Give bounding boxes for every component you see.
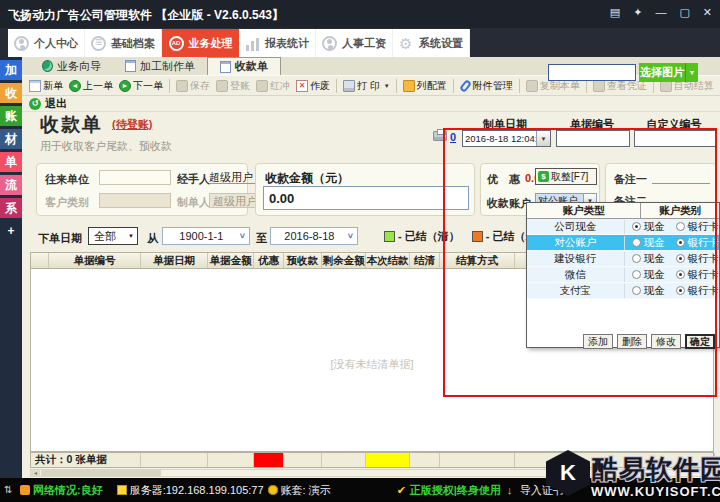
import-cert-label: 导入证书 — [520, 483, 564, 498]
dropdown-action-button[interactable]: 添加 — [583, 334, 613, 349]
toolbar-button[interactable]: 红冲 — [253, 79, 293, 93]
choose-image-button[interactable]: 选择图片 — [639, 63, 685, 82]
table-column-header[interactable]: 本次结款 — [366, 253, 410, 268]
table-column-header[interactable]: 优惠 — [254, 253, 284, 268]
toolbar-button-icon — [256, 80, 268, 92]
download-icon: ↓ — [507, 485, 517, 495]
table-column-header[interactable]: 结算方式 — [440, 253, 515, 268]
cash-radio[interactable] — [632, 222, 641, 231]
toolbar-button[interactable]: 作废 — [293, 79, 337, 93]
sidebar-tab[interactable]: 材 — [0, 129, 22, 149]
window-control-icon[interactable]: ✦ — [633, 5, 642, 19]
horizontal-scrollbar[interactable]: ◄ — [30, 469, 714, 477]
account-row[interactable]: 公司现金 现金 银行卡 — [527, 219, 719, 235]
bank-card-radio-label: 银行卡 — [688, 252, 720, 266]
dropdown-action-buttons: 添加 删除 修改 确定 — [527, 332, 719, 351]
sidebar-tab[interactable]: 加 — [0, 60, 22, 80]
page-header: 收款单 (待登账) — [40, 112, 152, 138]
window-control-icon[interactable]: — — [655, 5, 666, 19]
toolbar-button[interactable]: 保存 — [173, 79, 213, 93]
partner-input[interactable] — [99, 170, 171, 185]
nav-item[interactable]: 业务处理 — [162, 29, 239, 57]
doc-no-input[interactable] — [556, 130, 630, 147]
table-column-header[interactable]: 预收款 — [284, 253, 322, 268]
sidebar-tab[interactable]: 单 — [0, 152, 22, 172]
sidebar-tab[interactable]: + — [0, 221, 22, 241]
cash-radio[interactable] — [632, 286, 641, 295]
window-control-icon[interactable]: ✕ — [703, 5, 712, 19]
toolbar-button[interactable]: 列配置 — [400, 79, 454, 93]
doc-date-combo[interactable]: 2016-8-18 12:04:52 ▼ — [462, 130, 551, 147]
window-control-icon[interactable]: ▤ — [610, 5, 620, 19]
dropdown-action-button[interactable]: 修改 — [651, 334, 681, 349]
round-button[interactable]: $ 取整[F7] — [535, 168, 597, 185]
cash-radio[interactable] — [632, 254, 641, 263]
toolbar-button-icon — [29, 80, 41, 92]
document-tab[interactable]: 收款单 — [207, 57, 281, 75]
table-column-header[interactable]: 单据日期 — [141, 253, 208, 268]
toolbar-button-icon — [593, 80, 605, 92]
table-column-header[interactable]: 结清 — [410, 253, 440, 268]
image-search-input[interactable] — [548, 64, 636, 81]
sidebar-tab[interactable]: 流 — [0, 175, 22, 195]
from-date-combo[interactable]: 1900-1-1 ˅ — [162, 227, 250, 245]
toolbar-button-label: 登账 — [230, 79, 250, 93]
sidebar-tab[interactable]: 收 — [0, 83, 22, 103]
attachment-count-link[interactable]: 0 — [450, 131, 456, 143]
nav-item[interactable]: 基础档案 — [85, 29, 162, 57]
license-label: 正版授权|终身使用 — [410, 483, 501, 498]
dropdown-action-button[interactable]: 删除 — [617, 334, 647, 349]
toolbar-button[interactable]: 附件管理 — [457, 79, 520, 93]
bank-card-radio[interactable] — [676, 222, 685, 231]
bank-card-radio[interactable] — [676, 270, 685, 279]
nav-item[interactable]: 系统设置 — [393, 29, 470, 57]
account-name: 公司现金 — [527, 220, 625, 234]
table-column-header[interactable]: 单据编号 — [49, 253, 141, 268]
cash-radio[interactable] — [632, 238, 641, 247]
tab-icon — [125, 60, 136, 72]
import-cert-button[interactable]: ↓ 导入证书 — [507, 483, 564, 498]
bank-card-radio[interactable] — [676, 286, 685, 295]
table-column-header[interactable] — [31, 253, 49, 268]
table-column-header[interactable]: 单据金额 — [208, 253, 254, 268]
toolbar-button[interactable]: 新单 — [26, 79, 66, 93]
doc-date-dropdown-arrow[interactable]: ▼ — [536, 131, 550, 146]
scrollbar-thumb[interactable] — [41, 470, 161, 476]
cash-radio[interactable] — [632, 270, 641, 279]
nav-item[interactable]: 人事工资 — [316, 29, 393, 57]
scroll-left-arrow-icon[interactable]: ◄ — [31, 470, 40, 476]
to-date-value: 2016-8-18 — [271, 230, 348, 242]
toolbar-button[interactable]: 登账 — [213, 79, 253, 93]
dollar-icon: $ — [538, 171, 549, 182]
choose-image-dropdown-arrow[interactable]: ▼ — [685, 63, 698, 82]
sidebar-tab[interactable]: 账 — [0, 106, 22, 126]
nav-item[interactable]: 个人中心 — [8, 29, 85, 57]
table-column-header[interactable]: 剩余金额 — [322, 253, 366, 268]
window-control-icon[interactable]: ▢ — [679, 5, 689, 19]
bank-card-radio[interactable] — [676, 238, 685, 247]
toolbar-button[interactable]: 打 印 — [340, 79, 397, 93]
sidebar-tab[interactable]: 系 — [0, 198, 22, 218]
amount-input[interactable]: 0.00 — [263, 186, 469, 210]
account-row[interactable]: 建设银行 现金 银行卡 — [527, 251, 719, 267]
toolbar-button[interactable]: 下一单 — [116, 79, 170, 93]
exit-button[interactable]: 退出 — [45, 96, 67, 111]
document-tab[interactable]: 加工制作单 — [113, 57, 207, 75]
remark1-input[interactable] — [652, 170, 710, 184]
account-row[interactable]: 支付宝 现金 银行卡 — [527, 283, 719, 299]
secondary-toolbar: ↺ 退出 — [22, 96, 720, 112]
account-row[interactable]: 对公账户 现金 银行卡 — [527, 235, 719, 251]
summary-cell — [515, 453, 715, 467]
to-date-combo[interactable]: 2016-8-18 ˅ — [270, 227, 358, 245]
nav-item[interactable]: 报表统计 — [239, 29, 316, 57]
toolbar-button[interactable]: 上一单 — [66, 79, 116, 93]
dropdown-action-button[interactable]: 确定 — [685, 334, 715, 349]
cash-radio-label: 现金 — [644, 220, 665, 234]
print-icon[interactable] — [433, 131, 447, 141]
account-row[interactable]: 微信 现金 银行卡 — [527, 267, 719, 283]
date-range-combo[interactable]: 全部 ▼ — [88, 227, 138, 245]
account-dropdown-panel: 账户类型 账户类别 公司现金 现金 银行卡 对公账户 现金 银行卡 建设银行 — [526, 202, 720, 348]
document-tab[interactable]: 业务向导 — [30, 57, 113, 75]
custom-no-input[interactable] — [634, 130, 716, 147]
bank-card-radio[interactable] — [676, 254, 685, 263]
